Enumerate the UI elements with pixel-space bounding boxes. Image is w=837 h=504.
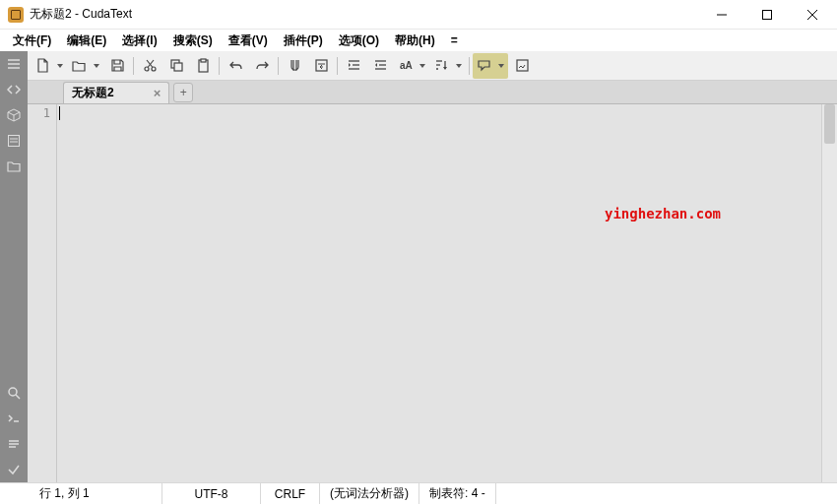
sidebar-console-icon[interactable] (0, 406, 28, 431)
status-encoding[interactable]: UTF-8 (162, 483, 261, 504)
vertical-scrollbar[interactable] (821, 104, 837, 482)
svg-text:aA: aA (400, 60, 413, 71)
titlebar: 无标题2 - CudaText (0, 0, 837, 30)
toolbar: aA (28, 51, 837, 81)
menu-equals[interactable]: = (443, 32, 466, 49)
sidebar-list-icon[interactable] (0, 128, 28, 154)
menu-file[interactable]: 文件(F) (5, 31, 59, 51)
copy-button[interactable] (163, 53, 189, 79)
svg-point-10 (9, 388, 17, 396)
svg-rect-1 (763, 10, 772, 19)
svg-line-11 (16, 395, 20, 399)
toolbar-separator (131, 53, 136, 79)
sort-button[interactable] (430, 53, 466, 79)
scrollbar-thumb[interactable] (824, 104, 835, 144)
sidebar-code-icon[interactable] (0, 77, 28, 102)
case-button[interactable]: aA (394, 53, 429, 79)
window-title: 无标题2 - CudaText (30, 6, 699, 23)
unprinted-button[interactable] (282, 53, 307, 79)
editor[interactable]: yinghezhan.com (57, 104, 837, 482)
text-cursor (59, 106, 60, 120)
wrap-button[interactable] (308, 53, 334, 79)
sidebar-check-icon[interactable] (0, 457, 28, 482)
svg-rect-7 (9, 136, 20, 147)
close-button[interactable] (790, 0, 835, 30)
new-file-button[interactable] (32, 53, 67, 79)
window-controls (699, 0, 835, 30)
sidebar-output-icon[interactable] (0, 431, 28, 457)
toolbar-separator (276, 53, 281, 79)
sidebar-folder-icon[interactable] (0, 154, 28, 179)
status-tabs[interactable]: 制表符: 4 - (419, 483, 496, 504)
undo-button[interactable] (223, 53, 248, 79)
indent-button[interactable] (341, 53, 366, 79)
toolbar-separator (217, 53, 222, 79)
redo-button[interactable] (249, 53, 275, 79)
sidebar-box-icon[interactable] (0, 102, 28, 128)
toolbar-separator (335, 53, 340, 79)
line-number: 1 (28, 106, 50, 120)
menu-options[interactable]: 选项(O) (331, 31, 387, 51)
menu-view[interactable]: 查看(V) (221, 31, 276, 51)
main-area: aA 无标题2 × + 1 yinghezhan.com (28, 51, 837, 482)
menu-search[interactable]: 搜索(S) (165, 31, 221, 51)
tabbar: 无标题2 × + (28, 81, 837, 104)
toolbar-separator (467, 53, 472, 79)
sidebar-search-icon[interactable] (0, 380, 28, 406)
svg-line-18 (147, 60, 153, 68)
svg-rect-22 (201, 59, 206, 62)
cut-button[interactable] (137, 53, 162, 79)
statusbar: 行 1, 列 1 UTF-8 CRLF (无词法分析器) 制表符: 4 - (0, 482, 837, 504)
minimap-button[interactable] (509, 53, 535, 79)
tab-active[interactable]: 无标题2 × (63, 82, 169, 103)
editor-area: 1 yinghezhan.com (28, 104, 837, 482)
unindent-button[interactable] (367, 53, 393, 79)
status-position[interactable]: 行 1, 列 1 (0, 483, 162, 504)
maximize-button[interactable] (744, 0, 790, 30)
tab-close-icon[interactable]: × (154, 86, 161, 100)
menu-select[interactable]: 选择(I) (114, 31, 164, 51)
menu-help[interactable]: 帮助(H) (387, 31, 443, 51)
status-lexer[interactable]: (无词法分析器) (320, 483, 419, 504)
svg-line-17 (148, 60, 154, 68)
svg-rect-20 (174, 63, 182, 71)
status-eol[interactable]: CRLF (261, 483, 320, 504)
svg-rect-35 (517, 60, 528, 71)
workspace: aA 无标题2 × + 1 yinghezhan.com (0, 51, 837, 482)
tab-add-button[interactable]: + (173, 83, 193, 102)
save-button[interactable] (104, 53, 130, 79)
open-file-button[interactable] (68, 53, 103, 79)
sidebar (0, 51, 28, 482)
comment-button[interactable] (473, 53, 508, 79)
menubar: 文件(F) 编辑(E) 选择(I) 搜索(S) 查看(V) 插件(P) 选项(O… (0, 30, 837, 51)
menu-plugins[interactable]: 插件(P) (276, 31, 331, 51)
menu-edit[interactable]: 编辑(E) (59, 31, 114, 51)
tab-label: 无标题2 (72, 85, 114, 101)
app-icon (8, 7, 24, 23)
watermark-text: yinghezhan.com (605, 206, 721, 221)
line-gutter: 1 (28, 104, 57, 482)
sidebar-menu-icon[interactable] (0, 51, 28, 77)
paste-button[interactable] (190, 53, 216, 79)
minimize-button[interactable] (699, 0, 744, 30)
